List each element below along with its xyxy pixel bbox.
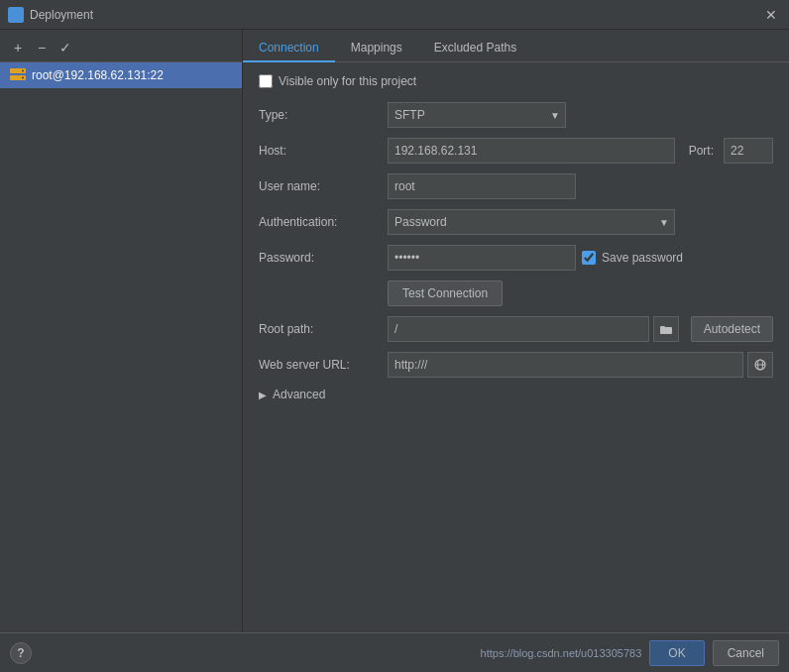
type-row: Type: SFTP FTP Local or mounted folder ▼ bbox=[259, 102, 773, 128]
username-label: User name: bbox=[259, 179, 388, 193]
auth-field: Password Key pair (OpenSSH or PuTTY) Ope… bbox=[388, 209, 773, 235]
open-browser-button[interactable] bbox=[747, 352, 773, 378]
root-path-field: Autodetect bbox=[388, 316, 773, 342]
url-input-group bbox=[388, 352, 773, 378]
svg-point-5 bbox=[22, 77, 24, 79]
port-label: Port: bbox=[689, 144, 714, 158]
root-path-row: Root path: Autodetect bbox=[259, 316, 773, 342]
autodetect-button[interactable]: Autodetect bbox=[691, 316, 773, 342]
test-connection-button[interactable]: Test Connection bbox=[388, 280, 503, 306]
sidebar-toolbar: + − ✓ bbox=[0, 34, 242, 62]
tab-mappings[interactable]: Mappings bbox=[335, 35, 418, 62]
root-path-label: Root path: bbox=[259, 322, 388, 336]
visible-only-checkbox[interactable] bbox=[259, 74, 273, 88]
type-field: SFTP FTP Local or mounted folder ▼ bbox=[388, 102, 773, 128]
host-input[interactable] bbox=[388, 138, 675, 164]
save-password-label: Save password bbox=[602, 251, 683, 265]
svg-rect-6 bbox=[660, 327, 672, 334]
visible-only-row: Visible only for this project bbox=[259, 74, 773, 88]
auth-row: Authentication: Password Key pair (OpenS… bbox=[259, 209, 773, 235]
web-server-url-row: Web server URL: bbox=[259, 352, 773, 378]
test-connection-row: Test Connection bbox=[259, 280, 773, 306]
confirm-button[interactable]: ✓ bbox=[56, 38, 75, 57]
password-label: Password: bbox=[259, 251, 388, 265]
username-row: User name: bbox=[259, 173, 773, 199]
tab-excluded-paths[interactable]: Excluded Paths bbox=[418, 35, 532, 62]
port-input[interactable] bbox=[724, 138, 773, 164]
tab-connection[interactable]: Connection bbox=[243, 35, 335, 62]
server-icon bbox=[10, 67, 26, 83]
auth-label: Authentication: bbox=[259, 215, 388, 229]
help-button[interactable]: ? bbox=[10, 642, 32, 664]
bottom-right: https://blog.csdn.net/u013305783 OK Canc… bbox=[481, 640, 779, 666]
svg-rect-7 bbox=[660, 326, 665, 328]
title-bar: Deployment ✕ bbox=[0, 0, 789, 30]
web-server-url-label: Web server URL: bbox=[259, 358, 388, 372]
advanced-arrow-icon: ▶ bbox=[259, 390, 267, 400]
advanced-toggle[interactable]: ▶ Advanced bbox=[259, 388, 773, 401]
web-server-url-input[interactable] bbox=[388, 352, 743, 378]
password-input[interactable] bbox=[388, 245, 576, 271]
root-path-input[interactable] bbox=[388, 316, 649, 342]
ok-button[interactable]: OK bbox=[649, 640, 704, 666]
svg-rect-1 bbox=[10, 15, 22, 19]
host-label: Host: bbox=[259, 144, 388, 158]
web-server-url-field bbox=[388, 352, 773, 378]
visible-only-label: Visible only for this project bbox=[279, 74, 416, 88]
type-select-container: SFTP FTP Local or mounted folder ▼ bbox=[388, 102, 566, 128]
add-server-button[interactable]: + bbox=[8, 38, 28, 57]
auth-select-container: Password Key pair (OpenSSH or PuTTY) Ope… bbox=[388, 209, 675, 235]
sidebar-item-label: root@192.168.62.131:22 bbox=[32, 68, 164, 82]
type-label: Type: bbox=[259, 108, 388, 122]
password-row: Password: Save password bbox=[259, 245, 773, 271]
advanced-label: Advanced bbox=[273, 388, 325, 401]
sidebar-item-server[interactable]: root@192.168.62.131:22 bbox=[0, 62, 242, 88]
sidebar: + − ✓ root@192.168.62.131:22 bbox=[0, 30, 243, 632]
host-row: Host: Port: bbox=[259, 138, 773, 164]
window-title: Deployment bbox=[30, 8, 781, 22]
bottom-bar: ? https://blog.csdn.net/u013305783 OK Ca… bbox=[0, 632, 789, 672]
close-button[interactable]: ✕ bbox=[761, 5, 781, 25]
save-password-row: Save password bbox=[582, 251, 683, 265]
root-path-input-group bbox=[388, 316, 679, 342]
cancel-button[interactable]: Cancel bbox=[713, 640, 779, 666]
content-area: Connection Mappings Excluded Paths Visib… bbox=[243, 30, 789, 632]
username-field bbox=[388, 173, 773, 199]
url-preview: https://blog.csdn.net/u013305783 bbox=[481, 647, 642, 659]
advanced-section: ▶ Advanced bbox=[259, 388, 773, 401]
svg-point-3 bbox=[22, 70, 24, 72]
auth-select[interactable]: Password Key pair (OpenSSH or PuTTY) Ope… bbox=[388, 209, 675, 235]
type-select[interactable]: SFTP FTP Local or mounted folder bbox=[388, 102, 566, 128]
connection-form: Visible only for this project Type: SFTP… bbox=[243, 62, 789, 632]
remove-server-button[interactable]: − bbox=[32, 38, 52, 57]
browse-folder-button[interactable] bbox=[653, 316, 679, 342]
test-connection-field: Test Connection bbox=[388, 280, 773, 306]
main-container: + − ✓ root@192.168.62.131:22 Connection … bbox=[0, 30, 789, 632]
svg-rect-0 bbox=[10, 9, 22, 13]
save-password-checkbox[interactable] bbox=[582, 251, 596, 265]
password-field: Save password bbox=[388, 245, 773, 271]
app-icon bbox=[8, 7, 24, 23]
host-field: Port: bbox=[388, 138, 773, 164]
tabs: Connection Mappings Excluded Paths bbox=[243, 30, 789, 62]
username-input[interactable] bbox=[388, 173, 576, 199]
